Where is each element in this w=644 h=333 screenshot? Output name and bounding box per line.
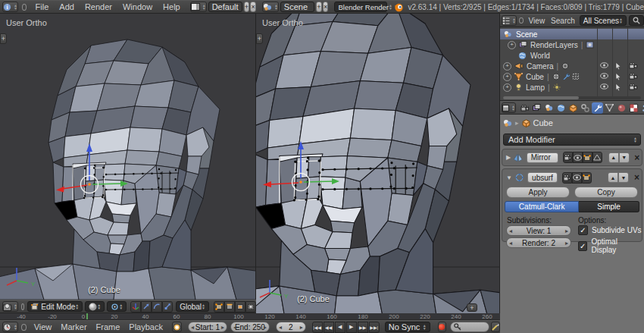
modifier-oncage-toggle[interactable] <box>592 152 602 163</box>
menu-help[interactable]: Help <box>163 2 180 11</box>
move-modifier-down-button[interactable]: ▼ <box>618 172 629 183</box>
copy-modifier-button[interactable]: Copy <box>574 187 638 198</box>
toggle-selectability[interactable] <box>615 83 621 91</box>
optimal-display-checkbox[interactable]: ✓ Optimal Display <box>578 237 642 254</box>
move-modifier-up-button[interactable]: ▲ <box>608 152 619 163</box>
scene-name[interactable]: Scene <box>280 2 314 12</box>
outliner-row-world[interactable]: World <box>500 50 644 61</box>
subdiv-view-field[interactable]: ◂ View: 1 ▸ <box>506 225 571 236</box>
viewport-left[interactable]: Y User Ortho (2) Cube + <box>0 14 256 300</box>
modifier-editmode-toggle[interactable] <box>582 172 592 184</box>
face-select-mode-button[interactable] <box>235 301 245 313</box>
toggle-renderability[interactable] <box>629 83 637 90</box>
frame-end-field[interactable]: ◂ End: 250 ▸ <box>230 322 270 332</box>
modifier-render-toggle[interactable] <box>563 152 573 163</box>
move-modifier-up-button[interactable]: ▲ <box>608 172 618 183</box>
modifier-render-toggle[interactable] <box>562 172 572 184</box>
current-frame-marker[interactable] <box>86 313 88 320</box>
tab-render-layers[interactable] <box>531 102 542 114</box>
header-pin-icon[interactable] <box>21 324 27 331</box>
delete-modifier-button[interactable]: × <box>632 172 642 183</box>
render-engine-select[interactable]: Blender Render▲▼ <box>334 2 387 12</box>
subdivide-uvs-checkbox[interactable]: ✓ Subdivide UVs <box>578 225 642 235</box>
delete-modifier-button[interactable]: × <box>633 152 642 163</box>
add-modifier-button[interactable]: Add Modifier ▲▼ <box>503 134 641 146</box>
keying-set-field[interactable] <box>450 322 489 332</box>
transform-orientation-select[interactable]: Global ▲▼ <box>176 301 209 312</box>
play-button[interactable]: ▶ <box>346 322 357 333</box>
timeline-menu-marker[interactable]: Marker <box>61 322 86 331</box>
viewport-right[interactable]: Y User Ortho (2) Cube + + <box>256 14 500 313</box>
apply-modifier-button[interactable]: Apply <box>506 187 570 198</box>
outliner-row-scene[interactable]: Scene <box>500 29 644 39</box>
vertex-select-mode-button[interactable] <box>214 301 224 313</box>
modifier-name-field[interactable]: Mirror <box>527 152 558 163</box>
manipulator-scale-button[interactable] <box>162 301 173 313</box>
subdiv-catmull-clark-button[interactable]: Catmull-Clark <box>505 201 579 212</box>
limit-selection-visible-button[interactable] <box>245 301 256 313</box>
expand-modifier-icon[interactable]: ▼ <box>506 174 512 181</box>
manipulator-rotate-button[interactable] <box>152 301 162 313</box>
editor-type-outliner-button[interactable]: ▲▼ <box>502 15 517 26</box>
toggle-selectability[interactable] <box>615 73 621 80</box>
expand-modifier-icon[interactable]: ▶ <box>506 154 511 161</box>
tab-scene[interactable] <box>543 102 555 114</box>
timeline-ruler[interactable]: -40-200204060801001201401601802002202402… <box>0 313 500 320</box>
modifier-realtime-toggle[interactable] <box>572 172 582 184</box>
editor-type-properties-button[interactable]: ▲▼ <box>502 102 516 113</box>
editor-type-timeline-button[interactable]: ▲▼ <box>2 322 18 332</box>
current-frame-field[interactable]: ◂ 2 ▸ <box>276 322 306 332</box>
edge-select-mode-button[interactable] <box>224 301 235 313</box>
toggle-renderability[interactable] <box>629 62 637 69</box>
modifier-name-field[interactable]: ubsurf <box>527 172 558 183</box>
breadcrumb-object[interactable]: Cube <box>533 118 553 127</box>
expand-icon[interactable]: + <box>503 62 511 71</box>
jump-to-end-button[interactable]: ▶▶| <box>369 322 380 333</box>
keying-set-edit-button[interactable] <box>491 322 500 332</box>
toggle-renderability[interactable] <box>629 73 637 80</box>
preview-range-button[interactable] <box>172 322 182 332</box>
outliner-row-lamp[interactable]: + Lamp | <box>500 82 644 93</box>
region-expand-plus[interactable]: + <box>0 33 7 44</box>
expand-icon[interactable]: + <box>503 83 511 92</box>
region-expand-plus-bottom[interactable]: + <box>467 303 477 312</box>
timeline-menu-frame[interactable]: Frame <box>96 322 120 331</box>
toggle-visibility[interactable] <box>600 83 608 90</box>
tab-object[interactable] <box>567 102 579 114</box>
outliner-display-filter[interactable]: All Scenes▲▼ <box>580 15 627 26</box>
outliner-scrollbar[interactable] <box>503 96 641 99</box>
header-pin-icon[interactable] <box>519 17 524 24</box>
jump-to-start-button[interactable]: |◀◀ <box>312 322 323 333</box>
toggle-visibility[interactable] <box>600 73 608 79</box>
prev-keyframe-button[interactable]: ◀◀ <box>324 322 334 333</box>
menu-add[interactable]: Add <box>59 2 74 11</box>
tab-object-data[interactable] <box>604 102 615 114</box>
outliner-menu-search[interactable]: Search <box>551 17 575 25</box>
tab-world[interactable] <box>555 102 567 114</box>
header-pin-icon[interactable] <box>21 303 24 310</box>
play-reverse-button[interactable]: ◀ <box>335 322 345 333</box>
toggle-selectability[interactable] <box>615 62 621 70</box>
editor-type-3dview-button[interactable]: ▲▼ <box>2 301 18 312</box>
outliner-row-cube[interactable]: + Cube | <box>500 71 644 82</box>
outliner-menu-view[interactable]: View <box>529 17 546 25</box>
tab-render[interactable] <box>519 102 530 114</box>
timeline-menu-view[interactable]: View <box>34 322 52 331</box>
tab-modifiers[interactable] <box>592 102 603 114</box>
subdiv-render-field[interactable]: ◂ Render: 2 ▸ <box>506 237 571 248</box>
move-modifier-down-button[interactable]: ▼ <box>619 152 630 163</box>
mode-select[interactable]: Edit Mode ▲▼ <box>27 301 83 312</box>
menu-window[interactable]: Window <box>123 2 152 11</box>
toggle-visibility[interactable] <box>600 62 608 68</box>
outliner-row-renderlayers[interactable]: + RenderLayers | <box>500 39 644 50</box>
tab-texture[interactable] <box>628 102 639 114</box>
add-layout-button[interactable]: + <box>244 2 250 12</box>
add-scene-button[interactable]: + <box>316 2 322 12</box>
modifier-editmode-toggle[interactable] <box>583 152 592 163</box>
manipulator-translate-button[interactable] <box>141 301 152 313</box>
close-scene-button[interactable]: × <box>323 2 329 12</box>
menu-render[interactable]: Render <box>85 2 112 11</box>
editor-type-info-button[interactable]: i ▲▼ <box>2 2 18 12</box>
timeline-menu-playback[interactable]: Playback <box>129 322 163 331</box>
scene-select-icon-button[interactable]: ▲▼ <box>262 2 279 12</box>
